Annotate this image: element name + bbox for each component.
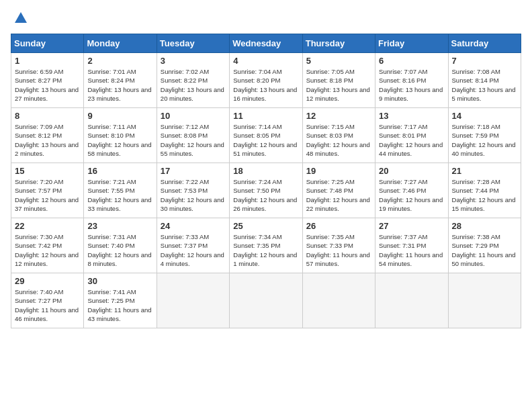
day-number: 27 bbox=[379, 221, 444, 231]
day-number: 4 bbox=[233, 56, 298, 66]
day-info: Sunrise: 6:59 AMSunset: 8:27 PMDaylight:… bbox=[15, 67, 80, 103]
day-number: 23 bbox=[87, 221, 152, 231]
calendar-cell: 23Sunrise: 7:31 AMSunset: 7:40 PMDayligh… bbox=[84, 218, 157, 273]
day-info: Sunrise: 7:09 AMSunset: 8:12 PMDaylight:… bbox=[15, 122, 80, 158]
col-header-friday: Friday bbox=[375, 34, 448, 53]
calendar-week-4: 22Sunrise: 7:30 AMSunset: 7:42 PMDayligh… bbox=[11, 218, 521, 273]
day-number: 5 bbox=[306, 56, 371, 66]
calendar-cell: 9Sunrise: 7:11 AMSunset: 8:10 PMDaylight… bbox=[84, 108, 157, 163]
day-number: 10 bbox=[161, 111, 226, 121]
calendar-cell: 4Sunrise: 7:04 AMSunset: 8:20 PMDaylight… bbox=[230, 53, 302, 108]
calendar-cell: 12Sunrise: 7:15 AMSunset: 8:03 PMDayligh… bbox=[302, 108, 375, 163]
day-number: 17 bbox=[161, 166, 226, 176]
day-number: 16 bbox=[87, 166, 152, 176]
day-number: 21 bbox=[452, 166, 517, 176]
day-info: Sunrise: 7:40 AMSunset: 7:27 PMDaylight:… bbox=[15, 287, 80, 323]
calendar-cell: 3Sunrise: 7:02 AMSunset: 8:22 PMDaylight… bbox=[157, 53, 229, 108]
calendar-cell: 28Sunrise: 7:38 AMSunset: 7:29 PMDayligh… bbox=[448, 218, 521, 273]
calendar-cell: 21Sunrise: 7:28 AMSunset: 7:44 PMDayligh… bbox=[448, 163, 521, 218]
day-number: 6 bbox=[379, 56, 444, 66]
calendar-cell bbox=[230, 273, 302, 328]
day-number: 2 bbox=[87, 56, 152, 66]
calendar-cell: 15Sunrise: 7:20 AMSunset: 7:57 PMDayligh… bbox=[11, 163, 84, 218]
calendar-cell: 1Sunrise: 6:59 AMSunset: 8:27 PMDaylight… bbox=[11, 53, 84, 108]
calendar-cell: 7Sunrise: 7:08 AMSunset: 8:14 PMDaylight… bbox=[448, 53, 521, 108]
day-info: Sunrise: 7:27 AMSunset: 7:46 PMDaylight:… bbox=[379, 177, 444, 213]
calendar-cell: 24Sunrise: 7:33 AMSunset: 7:37 PMDayligh… bbox=[157, 218, 229, 273]
day-number: 9 bbox=[87, 111, 152, 121]
calendar-cell: 10Sunrise: 7:12 AMSunset: 8:08 PMDayligh… bbox=[157, 108, 229, 163]
day-number: 8 bbox=[15, 111, 80, 121]
day-info: Sunrise: 7:12 AMSunset: 8:08 PMDaylight:… bbox=[161, 122, 226, 158]
calendar-header-row: SundayMondayTuesdayWednesdayThursdayFrid… bbox=[11, 34, 521, 53]
day-number: 24 bbox=[161, 221, 226, 231]
col-header-tuesday: Tuesday bbox=[157, 34, 229, 53]
calendar-week-3: 15Sunrise: 7:20 AMSunset: 7:57 PMDayligh… bbox=[11, 163, 521, 218]
day-info: Sunrise: 7:34 AMSunset: 7:35 PMDaylight:… bbox=[233, 232, 298, 268]
day-info: Sunrise: 7:37 AMSunset: 7:31 PMDaylight:… bbox=[379, 232, 444, 268]
calendar-cell: 11Sunrise: 7:14 AMSunset: 8:05 PMDayligh… bbox=[230, 108, 302, 163]
day-info: Sunrise: 7:28 AMSunset: 7:44 PMDaylight:… bbox=[452, 177, 517, 213]
page-header bbox=[11, 11, 521, 26]
day-number: 26 bbox=[306, 221, 371, 231]
day-info: Sunrise: 7:21 AMSunset: 7:55 PMDaylight:… bbox=[87, 177, 152, 213]
day-info: Sunrise: 7:11 AMSunset: 8:10 PMDaylight:… bbox=[87, 122, 152, 158]
col-header-monday: Monday bbox=[84, 34, 157, 53]
calendar-cell: 5Sunrise: 7:05 AMSunset: 8:18 PMDaylight… bbox=[302, 53, 375, 108]
day-number: 7 bbox=[452, 56, 517, 66]
calendar-week-2: 8Sunrise: 7:09 AMSunset: 8:12 PMDaylight… bbox=[11, 108, 521, 163]
day-info: Sunrise: 7:17 AMSunset: 8:01 PMDaylight:… bbox=[379, 122, 444, 158]
day-number: 12 bbox=[306, 111, 371, 121]
day-number: 20 bbox=[379, 166, 444, 176]
calendar-cell bbox=[448, 273, 521, 328]
day-info: Sunrise: 7:02 AMSunset: 8:22 PMDaylight:… bbox=[161, 67, 226, 103]
day-info: Sunrise: 7:31 AMSunset: 7:40 PMDaylight:… bbox=[87, 232, 152, 268]
svg-marker-0 bbox=[15, 12, 27, 23]
calendar-cell: 30Sunrise: 7:41 AMSunset: 7:25 PMDayligh… bbox=[84, 273, 157, 328]
calendar-cell: 16Sunrise: 7:21 AMSunset: 7:55 PMDayligh… bbox=[84, 163, 157, 218]
day-info: Sunrise: 7:05 AMSunset: 8:18 PMDaylight:… bbox=[306, 67, 371, 103]
calendar-cell: 14Sunrise: 7:18 AMSunset: 7:59 PMDayligh… bbox=[448, 108, 521, 163]
logo bbox=[11, 11, 28, 26]
calendar-cell: 13Sunrise: 7:17 AMSunset: 8:01 PMDayligh… bbox=[375, 108, 448, 163]
calendar-week-5: 29Sunrise: 7:40 AMSunset: 7:27 PMDayligh… bbox=[11, 273, 521, 328]
calendar-cell: 18Sunrise: 7:24 AMSunset: 7:50 PMDayligh… bbox=[230, 163, 302, 218]
day-info: Sunrise: 7:15 AMSunset: 8:03 PMDaylight:… bbox=[306, 122, 371, 158]
calendar-week-1: 1Sunrise: 6:59 AMSunset: 8:27 PMDaylight… bbox=[11, 53, 521, 108]
day-number: 13 bbox=[379, 111, 444, 121]
col-header-wednesday: Wednesday bbox=[230, 34, 302, 53]
day-info: Sunrise: 7:41 AMSunset: 7:25 PMDaylight:… bbox=[87, 287, 152, 323]
calendar-cell bbox=[157, 273, 229, 328]
day-info: Sunrise: 7:38 AMSunset: 7:29 PMDaylight:… bbox=[452, 232, 517, 268]
day-number: 30 bbox=[87, 276, 152, 286]
day-info: Sunrise: 7:14 AMSunset: 8:05 PMDaylight:… bbox=[233, 122, 298, 158]
day-info: Sunrise: 7:33 AMSunset: 7:37 PMDaylight:… bbox=[161, 232, 226, 268]
calendar-cell bbox=[375, 273, 448, 328]
day-number: 14 bbox=[452, 111, 517, 121]
day-info: Sunrise: 7:35 AMSunset: 7:33 PMDaylight:… bbox=[306, 232, 371, 268]
day-number: 18 bbox=[233, 166, 298, 176]
logo-icon bbox=[13, 11, 28, 26]
day-info: Sunrise: 7:08 AMSunset: 8:14 PMDaylight:… bbox=[452, 67, 517, 103]
calendar-cell: 29Sunrise: 7:40 AMSunset: 7:27 PMDayligh… bbox=[11, 273, 84, 328]
col-header-saturday: Saturday bbox=[448, 34, 521, 53]
calendar-cell: 17Sunrise: 7:22 AMSunset: 7:53 PMDayligh… bbox=[157, 163, 229, 218]
calendar-cell: 22Sunrise: 7:30 AMSunset: 7:42 PMDayligh… bbox=[11, 218, 84, 273]
day-info: Sunrise: 7:07 AMSunset: 8:16 PMDaylight:… bbox=[379, 67, 444, 103]
day-info: Sunrise: 7:22 AMSunset: 7:53 PMDaylight:… bbox=[161, 177, 226, 213]
day-info: Sunrise: 7:20 AMSunset: 7:57 PMDaylight:… bbox=[15, 177, 80, 213]
day-number: 29 bbox=[15, 276, 80, 286]
day-number: 3 bbox=[161, 56, 226, 66]
day-info: Sunrise: 7:04 AMSunset: 8:20 PMDaylight:… bbox=[233, 67, 298, 103]
calendar-cell: 6Sunrise: 7:07 AMSunset: 8:16 PMDaylight… bbox=[375, 53, 448, 108]
day-number: 22 bbox=[15, 221, 80, 231]
col-header-thursday: Thursday bbox=[302, 34, 375, 53]
calendar-cell bbox=[302, 273, 375, 328]
day-info: Sunrise: 7:30 AMSunset: 7:42 PMDaylight:… bbox=[15, 232, 80, 268]
day-info: Sunrise: 7:25 AMSunset: 7:48 PMDaylight:… bbox=[306, 177, 371, 213]
day-number: 28 bbox=[452, 221, 517, 231]
day-number: 19 bbox=[306, 166, 371, 176]
day-number: 25 bbox=[233, 221, 298, 231]
calendar-cell: 27Sunrise: 7:37 AMSunset: 7:31 PMDayligh… bbox=[375, 218, 448, 273]
day-number: 1 bbox=[15, 56, 80, 66]
